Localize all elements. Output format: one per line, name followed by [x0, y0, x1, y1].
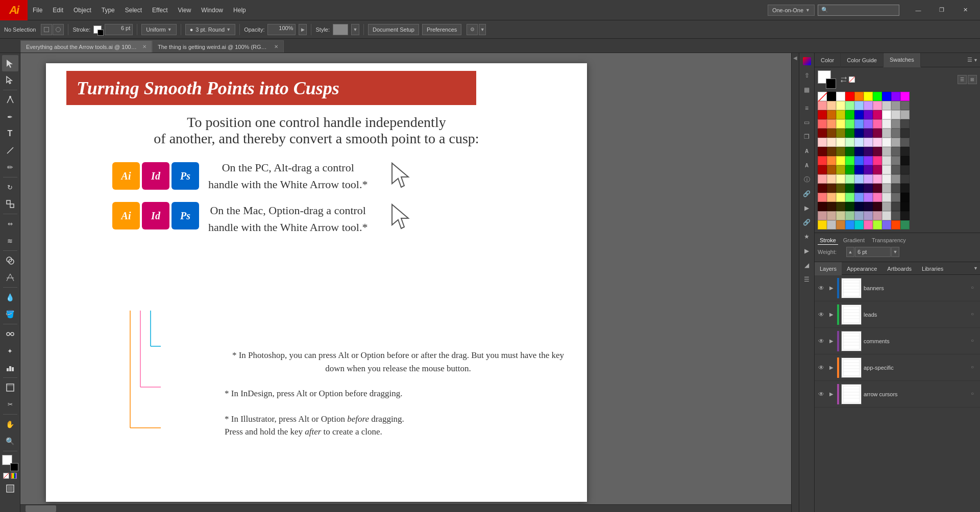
swatch-item[interactable] [818, 174, 827, 184]
swatch-item[interactable] [818, 165, 827, 174]
layers-tab-libraries[interactable]: Libraries [917, 262, 948, 275]
swatch-item[interactable] [864, 193, 873, 202]
swatch-item[interactable] [882, 92, 891, 101]
swatch-item[interactable] [836, 147, 845, 156]
swatch-item[interactable] [891, 220, 900, 229]
stroke-value[interactable]: 6 pt [105, 24, 133, 35]
swatch-grid-view[interactable]: ⊞ [968, 75, 977, 84]
copy-icon[interactable]: ▦ [801, 84, 813, 96]
pathfinder-icon[interactable]: ❐ [801, 131, 813, 143]
tab-close-2[interactable]: ✕ [274, 44, 278, 49]
tab-arrow-tools[interactable]: Everything about the Arrow tools.ai @ 10… [20, 40, 152, 53]
artboard-tool[interactable] [2, 379, 18, 396]
swatch-item[interactable] [864, 119, 873, 129]
symbol-sprayer-tool[interactable]: ✦ [2, 343, 18, 359]
swatch-item[interactable] [873, 110, 882, 119]
swatch-item[interactable] [900, 156, 910, 165]
blend-tool[interactable] [2, 326, 18, 342]
eye-dropper-tool[interactable]: 💧 [2, 289, 18, 305]
share-icon[interactable]: ⇧ [801, 69, 813, 82]
layer-item[interactable]: 👁 ▶ arrow cursors ○ [815, 381, 980, 407]
shape-builder-tool[interactable] [2, 252, 18, 269]
swatch-item[interactable] [864, 92, 873, 101]
swatch-item[interactable] [854, 184, 864, 193]
swatch-item[interactable] [854, 220, 864, 229]
swatch-item[interactable] [900, 147, 910, 156]
menu-view[interactable]: View [173, 0, 197, 20]
preferences-button[interactable]: Preferences [422, 24, 461, 35]
swatch-item[interactable] [854, 193, 864, 202]
swatch-item[interactable] [873, 147, 882, 156]
swatch-item[interactable] [882, 193, 891, 202]
swatch-item[interactable] [845, 156, 854, 165]
layer-expand[interactable]: ▶ [828, 391, 835, 398]
swatch-item[interactable] [891, 138, 900, 147]
layer-lock[interactable]: ○ [971, 311, 978, 318]
star-icon[interactable]: ★ [801, 231, 813, 243]
swatch-item[interactable] [891, 174, 900, 184]
swatch-item[interactable] [836, 92, 845, 101]
swatch-item[interactable] [900, 211, 910, 220]
swatch-item[interactable] [864, 138, 873, 147]
swatch-item[interactable] [900, 174, 910, 184]
menu-file[interactable]: File [28, 0, 47, 20]
panel-options-icon[interactable]: ▼ [973, 58, 978, 63]
tab-weird[interactable]: The thing is getting weird.ai @ 100% (RG… [152, 40, 284, 53]
layer-item[interactable]: 👁 ▶ app-specific ○ [815, 354, 980, 381]
color-panel-icon[interactable] [801, 55, 813, 67]
swatch-item[interactable] [900, 193, 910, 202]
warp-tool[interactable]: ≋ [2, 233, 18, 249]
swatch-item[interactable] [836, 174, 845, 184]
rotate-tool[interactable]: ↻ [2, 179, 18, 195]
stroke-swatch[interactable] [10, 463, 18, 471]
swatch-item[interactable] [864, 165, 873, 174]
swatch-item[interactable] [845, 220, 854, 229]
swatch-item[interactable] [845, 211, 854, 220]
swatch-item[interactable] [827, 101, 836, 110]
swatch-list-view[interactable]: ☰ [958, 75, 967, 84]
swatch-item[interactable] [882, 101, 891, 110]
swatch-item[interactable] [836, 211, 845, 220]
layer-visibility[interactable]: 👁 [817, 284, 826, 293]
maximize-button[interactable]: ❐ [930, 0, 953, 20]
swatch-item[interactable] [873, 119, 882, 129]
swatch-item[interactable] [891, 211, 900, 220]
swatch-item[interactable] [818, 129, 827, 138]
column-graph-tool[interactable] [2, 360, 18, 376]
menu-effect[interactable]: Effect [147, 0, 173, 20]
layer-lock[interactable]: ○ [971, 391, 978, 398]
swatch-item[interactable] [845, 92, 854, 101]
links-icon[interactable]: 🔗 [801, 188, 813, 200]
swatch-item[interactable] [873, 138, 882, 147]
swatch-item[interactable] [836, 165, 845, 174]
swatch-item[interactable] [900, 138, 910, 147]
add-anchor-tool[interactable]: ✒ [2, 109, 18, 125]
swatch-item[interactable] [827, 156, 836, 165]
horizontal-scrollbar[interactable] [20, 504, 791, 512]
tab-color-guide[interactable]: Color Guide [841, 53, 884, 67]
perspective-grid-tool[interactable] [2, 269, 18, 286]
swatch-item[interactable] [873, 193, 882, 202]
swatch-item[interactable] [845, 184, 854, 193]
swatch-item[interactable] [864, 174, 873, 184]
close-button[interactable]: ✕ [953, 0, 977, 20]
links2-icon[interactable]: 🔗 [801, 216, 813, 228]
layer-lock[interactable]: ○ [971, 338, 978, 345]
swatch-item[interactable] [845, 193, 854, 202]
text-tool[interactable]: T [2, 125, 18, 142]
swatch-item[interactable] [845, 129, 854, 138]
swatch-item[interactable] [827, 202, 836, 211]
swatch-item[interactable] [891, 165, 900, 174]
swatch-item[interactable] [836, 220, 845, 229]
menu-object[interactable]: Object [68, 0, 96, 20]
swatch-item[interactable] [891, 119, 900, 129]
swatch-item[interactable] [854, 147, 864, 156]
swatch-item[interactable] [818, 184, 827, 193]
swatch-item[interactable] [900, 184, 910, 193]
swatch-item[interactable] [836, 156, 845, 165]
layers-tab-appearance[interactable]: Appearance [842, 262, 882, 275]
swatch-item[interactable] [864, 101, 873, 110]
paint-bucket-tool[interactable]: 🪣 [2, 306, 18, 322]
swatch-item[interactable] [836, 193, 845, 202]
tab-color[interactable]: Color [815, 53, 841, 67]
